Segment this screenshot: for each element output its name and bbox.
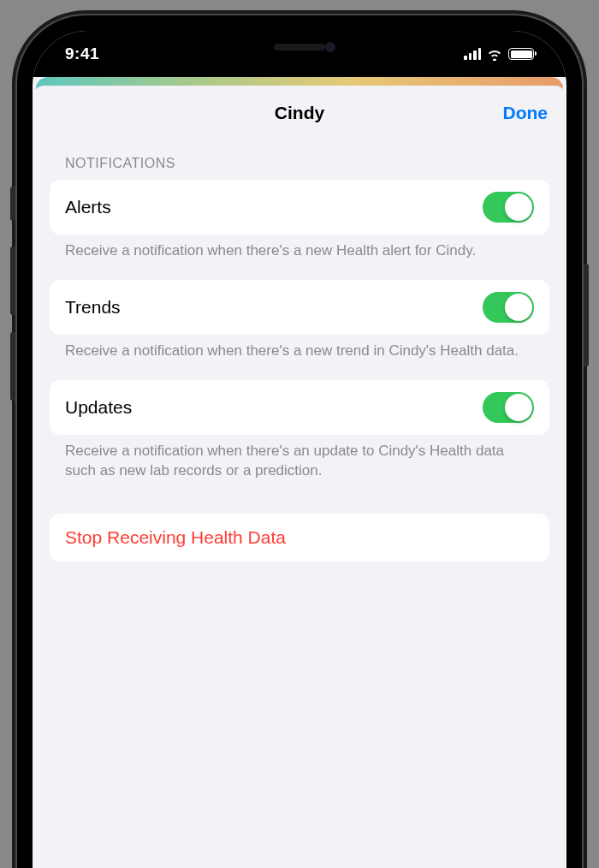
stop-receiving-button[interactable]: Stop Receiving Health Data: [50, 514, 549, 562]
battery-icon: [508, 48, 534, 60]
notch: [214, 31, 385, 63]
power-button: [584, 264, 589, 366]
cellular-signal-icon: [464, 48, 481, 60]
trends-label: Trends: [65, 297, 121, 318]
alerts-row: Alerts: [50, 180, 549, 235]
alerts-footer: Receive a notification when there's a ne…: [50, 235, 549, 280]
volume-down-button: [10, 332, 15, 401]
toggle-knob: [505, 394, 532, 421]
stop-receiving-label: Stop Receiving Health Data: [65, 527, 534, 548]
wifi-icon: [486, 47, 503, 61]
alerts-label: Alerts: [65, 197, 111, 217]
trends-row: Trends: [50, 280, 549, 335]
alerts-toggle[interactable]: [483, 192, 534, 223]
toggle-knob: [505, 294, 532, 321]
done-button[interactable]: Done: [503, 103, 549, 123]
mute-switch: [10, 187, 15, 221]
volume-up-button: [10, 247, 15, 315]
updates-label: Updates: [65, 397, 132, 418]
notifications-section-header: NOTIFICATIONS: [50, 140, 549, 180]
trends-footer: Receive a notification when there's a ne…: [50, 335, 549, 380]
nav-bar: Cindy Done: [33, 86, 566, 140]
updates-footer: Receive a notification when there's an u…: [50, 435, 549, 500]
status-icons: [464, 47, 534, 61]
toggle-knob: [505, 193, 532, 221]
nav-title: Cindy: [275, 103, 324, 123]
phone-frame: 9:41: [17, 15, 582, 868]
status-time: 9:41: [65, 45, 99, 63]
updates-row: Updates: [50, 380, 549, 435]
settings-sheet: Cindy Done NOTIFICATIONS Alerts Receive …: [33, 86, 566, 868]
content: NOTIFICATIONS Alerts Receive a notificat…: [33, 140, 566, 562]
trends-toggle[interactable]: [483, 292, 534, 323]
screen: 9:41: [33, 31, 566, 868]
updates-toggle[interactable]: [483, 392, 534, 423]
